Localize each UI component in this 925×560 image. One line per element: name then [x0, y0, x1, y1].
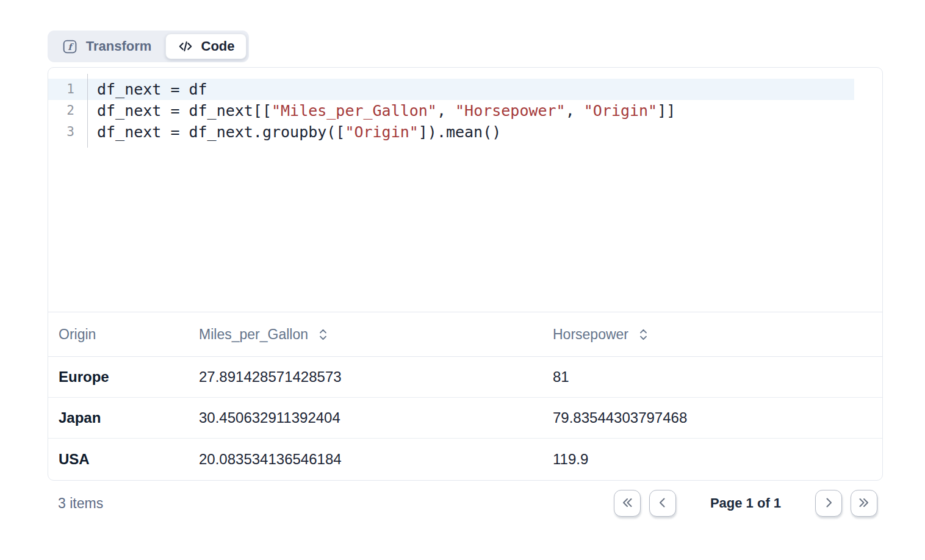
editor-bottom-padding — [48, 143, 882, 148]
sort-up-down-icon[interactable] — [638, 328, 649, 341]
table-row: Europe 27.891428571428573 81 — [48, 357, 882, 398]
view-tabs: f Transform Code — [48, 31, 249, 62]
code-and-table-panel: 1 df_next = df 2 df_next = df_next[["Mil… — [48, 67, 883, 481]
result-table: Origin Miles_per_Gallon Horsepower — [48, 312, 882, 479]
cell-miles-per-gallon: 20.083534136546184 — [199, 451, 553, 468]
chevrons-right-icon — [857, 496, 871, 511]
code-line-text: df_next = df — [88, 79, 207, 100]
page-indicator: Page 1 of 1 — [676, 495, 815, 511]
chevron-left-icon — [656, 496, 669, 511]
column-header-miles-per-gallon[interactable]: Miles_per_Gallon — [199, 326, 553, 343]
tab-transform[interactable]: f Transform — [48, 31, 165, 62]
sort-up-down-icon[interactable] — [317, 328, 329, 341]
cell-horsepower: 79.83544303797468 — [553, 409, 882, 426]
table-footer: 3 items Page 1 of 1 — [48, 488, 883, 519]
table-row: USA 20.083534136546184 119.9 — [48, 439, 882, 479]
items-count: 3 items — [48, 495, 103, 512]
code-line-2[interactable]: 2 df_next = df_next[["Miles_per_Gallon",… — [48, 100, 882, 121]
svg-text:f: f — [68, 41, 74, 51]
prev-page-button[interactable] — [649, 490, 676, 517]
column-label: Miles_per_Gallon — [199, 326, 308, 343]
table-row: Japan 30.450632911392404 79.835443037974… — [48, 398, 882, 439]
cell-horsepower: 81 — [553, 368, 882, 386]
code-line-text: df_next = df_next[["Miles_per_Gallon", "… — [88, 100, 675, 121]
pagination: Page 1 of 1 — [614, 490, 877, 517]
cell-origin: USA — [48, 451, 199, 468]
function-icon: f — [62, 38, 78, 55]
line-number: 2 — [48, 100, 88, 121]
column-label: Origin — [59, 326, 96, 343]
column-header-horsepower[interactable]: Horsepower — [553, 326, 882, 343]
code-line-text: df_next = df_next.groupby(["Origin"]).me… — [88, 121, 501, 143]
cell-origin: Japan — [48, 409, 199, 426]
chevrons-left-icon — [621, 496, 634, 511]
tab-code-label: Code — [201, 38, 235, 54]
table-header-row: Origin Miles_per_Gallon Horsepower — [48, 312, 882, 357]
code-icon — [178, 38, 193, 54]
tab-code[interactable]: Code — [165, 34, 247, 59]
tab-transform-label: Transform — [86, 38, 152, 54]
cell-origin: Europe — [48, 368, 199, 386]
editor-top-padding — [48, 74, 882, 79]
line-number: 1 — [48, 79, 88, 100]
next-page-button[interactable] — [815, 490, 842, 517]
cell-miles-per-gallon: 27.891428571428573 — [199, 368, 553, 386]
column-label: Horsepower — [553, 326, 628, 343]
cell-miles-per-gallon: 30.450632911392404 — [199, 409, 553, 426]
cell-horsepower: 119.9 — [553, 451, 882, 468]
code-editor[interactable]: 1 df_next = df 2 df_next = df_next[["Mil… — [48, 68, 882, 312]
column-header-origin: Origin — [48, 326, 199, 343]
chevron-right-icon — [822, 496, 835, 511]
code-line-1[interactable]: 1 df_next = df — [48, 79, 854, 100]
line-number: 3 — [48, 121, 88, 143]
transform-widget: f Transform Code 1 df_next = — [0, 0, 925, 560]
code-line-3[interactable]: 3 df_next = df_next.groupby(["Origin"]).… — [48, 121, 882, 143]
first-page-button[interactable] — [614, 490, 641, 517]
last-page-button[interactable] — [851, 490, 877, 517]
